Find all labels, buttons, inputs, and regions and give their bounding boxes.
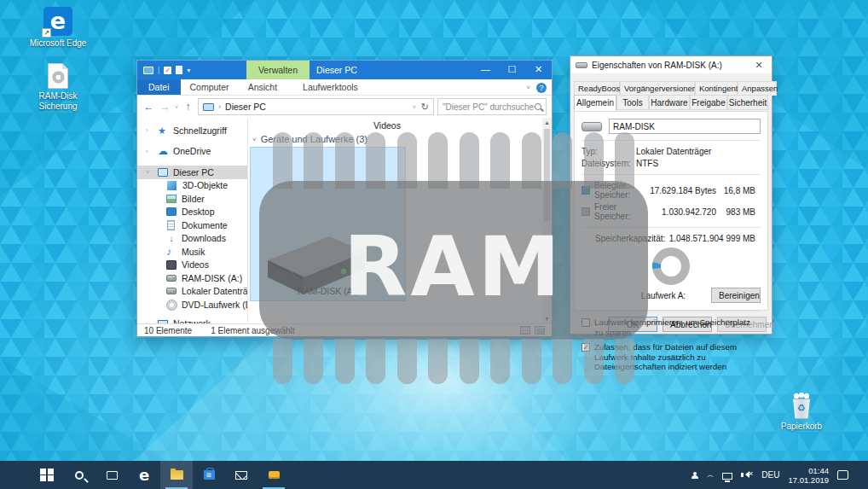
people-icon[interactable] [692,472,698,479]
quick-access-icon: ★ [158,125,168,136]
separator [582,174,761,175]
chevron-down-icon[interactable]: ˅ [146,168,153,176]
qat-caret-icon[interactable]: ▾ [187,67,190,74]
group-heading[interactable]: ˅ Geräte und Laufwerke (3) [252,134,367,144]
clock[interactable]: 01:44 17.01.2019 [788,466,829,485]
chevron-right-icon[interactable]: › [146,148,153,155]
dialog-title: Eigenschaften von RAM-DISK (A:) [592,61,722,70]
sidebar-item-ram-disk[interactable]: RAM-DISK (A:) [137,271,247,285]
downloads-icon: ↓ [166,233,176,243]
dialog-titlebar[interactable]: Eigenschaften von RAM-DISK (A:) ✕ [570,56,772,73]
sidebar-item-dokumente[interactable]: Dokumente [137,218,247,232]
forward-button[interactable]: → [159,101,171,113]
new-item-icon[interactable] [176,66,182,74]
compress-checkbox[interactable] [582,318,590,327]
taskbar-store-button[interactable]: ⊞ [193,461,225,489]
music-icon: ♪ [166,247,176,257]
tab-readyboost[interactable]: ReadyBoost [574,81,620,96]
taskbar-explorer-button[interactable] [160,461,193,489]
minimize-button[interactable]: — [472,61,499,79]
3d-objects-icon [167,181,176,190]
start-button[interactable] [31,461,63,489]
scrollbar-thumb[interactable] [544,129,550,221]
sidebar-item-desktop[interactable]: Desktop [137,206,247,219]
address-box[interactable]: › Dieser PC ˅ ↻ [198,98,434,115]
taskbar-search-button[interactable] [63,461,95,489]
taskbar-mail-button[interactable] [225,461,258,489]
hidden-icons-chevron[interactable]: ︿ [707,470,714,480]
contextual-tab-verwalten[interactable]: Verwalten [246,61,310,79]
sidebar-item-dvd-laufwerk[interactable]: DVD-Laufwerk (D:) CCCC [137,298,247,311]
scroll-down-icon[interactable]: ▼ [544,316,550,322]
address-dropdown-icon[interactable]: ˅ [413,104,416,110]
vertical-scrollbar[interactable]: ▲ ▼ [542,118,552,323]
videos-icon [166,260,176,270]
index-checkbox[interactable]: ✓ [582,343,590,352]
search-input[interactable] [443,102,535,112]
language-indicator[interactable]: DEU [761,470,779,480]
taskbar-ramdisk-app-button[interactable] [258,461,290,489]
file-list: Videos ˅ Geräte und Laufwerke (3) RAM-DI… [248,118,542,323]
desktop-icon-ramdisk-backup[interactable]: RAM-Disk Sicherung [25,63,91,112]
cleanup-button[interactable]: Bereinigen [711,288,761,303]
sidebar-item-3d-objekte[interactable]: 3D-Objekte [137,179,247,193]
close-button[interactable]: ✕ [525,61,552,79]
thumbnail-view-icon[interactable] [535,326,545,335]
desktop-icon-edge[interactable]: e ↗ Microsoft Edge [25,7,91,49]
desktop-icon-recycle-bin[interactable]: ♻ Papierkorb [768,393,835,432]
tab-anpassen[interactable]: Anpassen [738,81,777,96]
taskbar-edge-button[interactable]: e [128,461,160,489]
details-view-icon[interactable] [520,326,530,335]
properties-check-icon[interactable]: ✓ [164,67,171,74]
action-center-icon[interactable] [837,470,848,480]
tab-datei[interactable]: Datei [137,79,181,95]
up-button[interactable]: ↑ [182,101,194,113]
scroll-up-icon[interactable]: ▲ [544,119,550,125]
folder-tile-label[interactable]: Videos [332,120,443,131]
tab-hardware[interactable]: Hardware [649,95,690,110]
help-icon[interactable]: ? [536,83,547,93]
documents-icon [167,220,175,230]
tab-computer[interactable]: Computer [181,79,239,95]
sidebar-item-dieser-pc[interactable]: ˅ Dieser PC [137,166,247,179]
tab-kontingent[interactable]: Kontingent [695,81,738,96]
free-space-bytes: 1.030.942.720 [645,207,716,217]
network-icon[interactable] [722,473,732,480]
tab-laufwerktools[interactable]: Laufwerktools [293,79,367,95]
tab-sicherheit[interactable]: Sicherheit [727,95,768,110]
tab-vorgaengerversionen[interactable]: Vorgängerversionen [620,81,695,96]
dvd-icon [167,300,176,310]
sidebar-item-musik[interactable]: ♪ Musik [137,245,247,259]
search-box[interactable] [437,98,547,115]
computer-icon[interactable] [143,67,153,74]
sidebar-item-onedrive[interactable]: › ☁ OneDrive [137,145,247,159]
tab-ansicht[interactable]: Ansicht [239,79,286,95]
desktop-icon-label: Papierkorb [768,422,835,432]
breadcrumb[interactable]: Dieser PC [225,102,266,112]
volume-name-field[interactable] [609,119,761,134]
task-view-button[interactable] [95,461,128,489]
explorer-titlebar[interactable]: | ✓ ▾ Verwalten Dieser PC — ☐ ✕ [137,61,552,79]
volume-muted-icon[interactable]: × [741,471,753,480]
chevron-down-icon[interactable]: ˅ [252,136,257,143]
maximize-button[interactable]: ☐ [499,61,525,79]
sidebar-item-videos[interactable]: Videos [137,259,247,272]
recent-locations-icon[interactable]: ˅ [175,104,178,110]
sidebar-item-bilder[interactable]: Bilder [137,192,247,206]
tab-allgemein[interactable]: Allgemein [574,95,616,111]
search-icon [75,471,84,480]
separator: | [158,66,159,74]
sidebar-item-schnellzugriff[interactable]: › ★ Schnellzugriff [137,124,247,137]
sidebar-item-downloads[interactable]: ↓ Downloads [137,232,247,246]
back-button[interactable]: ← [142,101,155,113]
chevron-right-icon[interactable]: › [146,126,153,134]
close-icon[interactable]: ✕ [751,60,767,71]
tab-freigabe[interactable]: Freigabe [690,95,727,110]
sidebar-item-lokaler-datentraeger[interactable]: Lokaler Datenträger (C:) [137,285,247,299]
drive-tile-ram-disk[interactable]: RAM-DISK (A:) [250,147,406,301]
edge-icon: e ↗ [43,7,72,36]
refresh-icon[interactable]: ↻ [421,102,429,113]
sidebar-item-netzwerk[interactable]: › Netzwerk [137,317,247,324]
ribbon-collapse-icon[interactable]: ˅ [526,84,530,91]
tab-tools[interactable]: Tools [616,95,649,110]
